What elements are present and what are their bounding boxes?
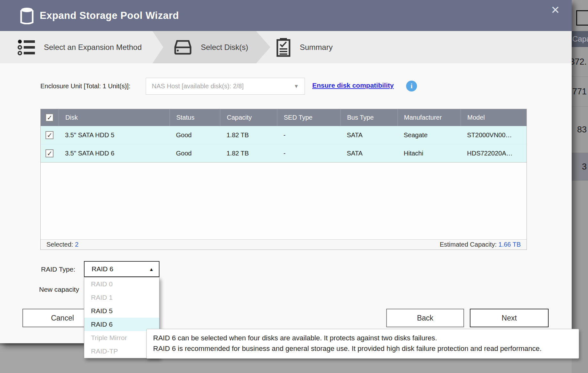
cell-status: Good xyxy=(169,126,220,144)
enclosure-unit-dropdown[interactable]: NAS Host [available disk(s): 2/8] ▼ xyxy=(146,78,305,95)
background-cell: 771 xyxy=(572,77,588,107)
screen: Capa 372. 771 83 3 Expand Storage Pool W… xyxy=(0,0,588,373)
cell-sed: - xyxy=(277,144,340,162)
wizard-steps: Select an Expansion Method Select Disk(s… xyxy=(0,31,572,63)
storage-pool-icon xyxy=(20,7,34,24)
chevron-up-icon: ▲ xyxy=(149,266,154,272)
row-checkbox[interactable]: ✓ xyxy=(45,131,53,139)
disk-table-footer: Selected: 2 Estimated Capacity: 1.66 TB xyxy=(41,239,527,250)
select-all-checkbox[interactable]: ✓ xyxy=(45,114,53,122)
selected-count: 2 xyxy=(75,241,78,248)
table-row[interactable]: ✓ 3.5" SATA HDD 5 Good 1.82 TB - SATA Se… xyxy=(41,126,527,144)
info-icon[interactable]: i xyxy=(406,81,417,91)
option-raid-0: RAID 0 xyxy=(84,277,159,291)
cell-manufacturer: Seagate xyxy=(397,126,461,144)
tooltip-line-1: RAID 6 can be selected when four disks a… xyxy=(153,333,572,344)
cell-model: ST2000VN00… xyxy=(461,126,527,144)
cell-sed: - xyxy=(277,126,340,144)
step-select-disks[interactable]: Select Disk(s) xyxy=(174,31,248,63)
new-capacity-label: New capacity xyxy=(39,286,79,293)
selected-label: Selected: xyxy=(46,241,73,248)
step-summary[interactable]: Summary xyxy=(276,31,333,63)
step-label: Summary xyxy=(300,43,333,52)
tooltip-line-2: RAID 6 is recommended for business and g… xyxy=(153,344,572,354)
list-icon xyxy=(18,38,35,56)
raid6-tooltip: RAID 6 can be selected when four disks a… xyxy=(146,329,579,359)
disk-drive-icon xyxy=(174,40,192,55)
background-cell: 83 xyxy=(572,107,588,153)
estimated-capacity-value: 1.66 TB xyxy=(498,241,521,248)
col-bus-type[interactable]: Bus Type xyxy=(340,109,397,126)
cell-manufacturer: Hitachi xyxy=(397,144,461,162)
option-raid-5[interactable]: RAID 5 xyxy=(84,304,159,318)
raid-type-value: RAID 6 xyxy=(92,265,149,273)
col-capacity[interactable]: Capacity xyxy=(220,109,277,126)
cell-status: Good xyxy=(169,144,220,162)
cell-model: HDS722020A… xyxy=(461,144,527,162)
background-cell: 3 xyxy=(572,153,588,181)
dialog-title: Expand Storage Pool Wizard xyxy=(40,10,179,21)
close-icon[interactable]: ✕ xyxy=(548,3,563,17)
row-checkbox[interactable]: ✓ xyxy=(45,149,53,157)
disk-table: ✓ Disk Status Capacity SED Type Bus Type… xyxy=(40,109,527,250)
next-button[interactable]: Next xyxy=(470,309,549,327)
option-raid-1: RAID 1 xyxy=(84,291,159,304)
chevron-down-icon: ▼ xyxy=(294,83,299,89)
step-label: Select Disk(s) xyxy=(201,43,248,52)
col-status[interactable]: Status xyxy=(169,109,220,126)
enclosure-unit-label: Enclosure Unit [Total: 1 Unit(s)]: xyxy=(40,83,130,90)
col-sed-type[interactable]: SED Type xyxy=(277,109,340,126)
cell-bus: SATA xyxy=(340,126,397,144)
step-label: Select an Expansion Method xyxy=(44,43,142,52)
raid-type-label: RAID Type: xyxy=(41,266,75,273)
dialog-titlebar: Expand Storage Pool Wizard ✕ xyxy=(0,0,572,31)
background-cell: 372. xyxy=(572,47,588,77)
ensure-disk-compatibility-link[interactable]: Ensure disk compatibility xyxy=(312,82,394,89)
cell-bus: SATA xyxy=(340,144,397,162)
step-select-expansion-method[interactable]: Select an Expansion Method xyxy=(18,31,142,63)
cell-disk: 3.5" SATA HDD 6 xyxy=(59,144,170,162)
summary-clipboard-icon xyxy=(276,37,291,57)
background-column-header: Capa xyxy=(572,31,588,47)
col-manufacturer[interactable]: Manufacturer xyxy=(397,109,461,126)
col-disk[interactable]: Disk xyxy=(59,109,170,126)
raid-type-dropdown[interactable]: RAID 6 ▲ xyxy=(84,261,159,277)
cell-disk: 3.5" SATA HDD 5 xyxy=(59,126,170,144)
enclosure-unit-value: NAS Host [available disk(s): 2/8] xyxy=(152,83,294,90)
background-app-table: Capa 372. 771 83 3 xyxy=(572,0,588,373)
back-button[interactable]: Back xyxy=(386,309,464,327)
estimated-capacity-label: Estimated Capacity: xyxy=(440,241,497,248)
disk-table-header: ✓ Disk Status Capacity SED Type Bus Type… xyxy=(41,109,527,126)
background-cell-box xyxy=(576,10,588,26)
cell-capacity: 1.82 TB xyxy=(220,144,277,162)
cell-capacity: 1.82 TB xyxy=(220,126,277,144)
table-row[interactable]: ✓ 3.5" SATA HDD 6 Good 1.82 TB - SATA Hi… xyxy=(41,144,527,163)
col-model[interactable]: Model xyxy=(461,109,527,126)
